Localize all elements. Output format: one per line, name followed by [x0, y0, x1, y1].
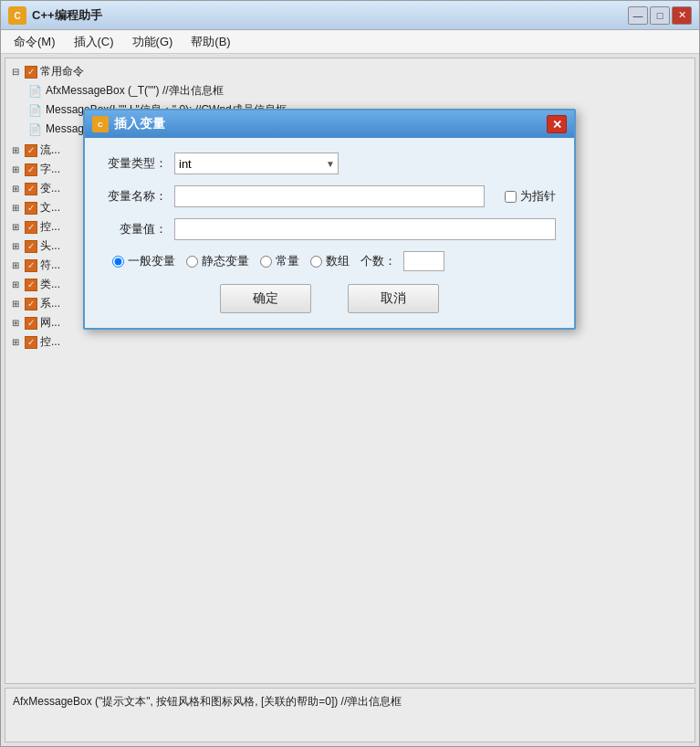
radio-array-label: 数组 — [326, 253, 350, 269]
radio-static-label: 静态变量 — [202, 253, 249, 269]
dialog-title-bar: C 插入变量 ✕ — [85, 110, 574, 138]
name-label: 变量名称： — [103, 188, 167, 205]
radio-array[interactable]: 数组 — [310, 253, 350, 269]
count-input[interactable] — [403, 251, 444, 271]
main-window: C C++编程助手 — □ ✕ 命令(M) 插入(C) 功能(G) 帮助(B) … — [0, 0, 700, 747]
menu-item-insert[interactable]: 插入(C) — [65, 31, 123, 53]
content-area: ⊟ 常用命令 📄 AfxMessageBox (_T("") //弹出信息框 📄… — [1, 54, 699, 746]
title-bar: C C++编程助手 — □ ✕ — [1, 1, 699, 30]
menu-bar: 命令(M) 插入(C) 功能(G) 帮助(B) — [1, 30, 699, 54]
dialog-icon: C — [92, 116, 109, 132]
name-input-area: 为指针 — [174, 185, 556, 207]
minimize-button[interactable]: — — [628, 6, 648, 25]
type-select[interactable]: int char float double bool long short st… — [174, 153, 339, 174]
menu-item-commands[interactable]: 命令(M) — [5, 31, 65, 53]
svg-text:C: C — [98, 121, 103, 129]
svg-text:C: C — [14, 11, 20, 21]
radio-normal-label: 一般变量 — [128, 253, 175, 269]
menu-item-help[interactable]: 帮助(B) — [182, 31, 239, 53]
close-button[interactable]: ✕ — [672, 6, 692, 25]
window-title: C++编程助手 — [32, 7, 628, 24]
radio-const-label: 常量 — [276, 253, 299, 269]
dialog-close-button[interactable]: ✕ — [547, 115, 567, 133]
count-label: 个数： — [360, 253, 396, 269]
dialog-title: 插入变量 — [114, 116, 547, 132]
ok-button[interactable]: 确定 — [220, 284, 311, 313]
cancel-button[interactable]: 取消 — [348, 284, 439, 313]
restore-button[interactable]: □ — [650, 6, 670, 25]
radio-normal[interactable]: 一般变量 — [112, 253, 175, 269]
radio-const[interactable]: 常量 — [260, 253, 299, 269]
menu-item-function[interactable]: 功能(G) — [123, 31, 183, 53]
dialog-body: 变量类型： int char float double bool long sh… — [85, 138, 574, 328]
insert-variable-dialog: C 插入变量 ✕ 变量类型： int char — [83, 109, 576, 330]
dialog-buttons: 确定 取消 — [103, 284, 556, 313]
value-label: 变量值： — [103, 221, 167, 237]
type-row: 变量类型： int char float double bool long sh… — [103, 153, 556, 174]
dialog-overlay: C 插入变量 ✕ 变量类型： int char — [1, 54, 699, 746]
pointer-checkbox[interactable] — [505, 191, 517, 203]
app-icon: C — [8, 6, 26, 25]
type-select-wrapper: int char float double bool long short st… — [174, 153, 339, 174]
pointer-checkbox-label[interactable]: 为指针 — [505, 188, 556, 205]
name-row: 变量名称： 为指针 — [103, 185, 556, 207]
value-row: 变量值： — [103, 218, 556, 240]
radio-static[interactable]: 静态变量 — [186, 253, 249, 269]
pointer-label: 为指针 — [520, 188, 556, 205]
radio-row: 一般变量 静态变量 常量 数组 — [103, 251, 556, 271]
name-input[interactable] — [174, 185, 485, 207]
value-input[interactable] — [174, 218, 556, 240]
type-label: 变量类型： — [103, 155, 167, 172]
window-controls: — □ ✕ — [628, 6, 692, 25]
